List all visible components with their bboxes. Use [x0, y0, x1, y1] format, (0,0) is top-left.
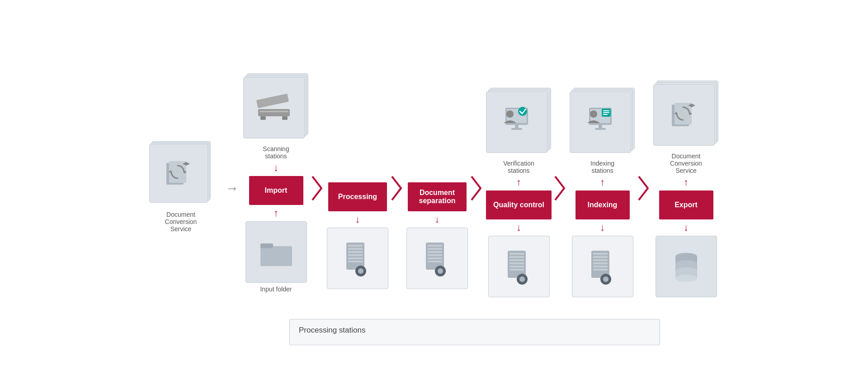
svg-rect-73	[593, 259, 608, 261]
svg-rect-58	[521, 283, 523, 285]
processing-station-1	[327, 228, 388, 289]
indexing-station-icon	[580, 104, 621, 140]
svg-rect-17	[348, 245, 363, 247]
svg-rect-14	[260, 246, 292, 266]
source-node: Document Conversion Service	[149, 53, 212, 323]
scanning-stations-area: Scanningstations	[243, 65, 309, 160]
arrow-indexing-up: ↑	[600, 174, 605, 190]
arrow-quality-up: ↑	[516, 174, 521, 190]
quality-box: Quality control	[486, 190, 552, 219]
scanning-label: Scanningstations	[263, 145, 289, 160]
svg-rect-22	[348, 261, 363, 262]
svg-rect-67	[603, 114, 608, 115]
processing-box: Processing	[328, 182, 387, 211]
database-icon	[670, 248, 702, 285]
svg-point-95	[675, 275, 697, 282]
svg-rect-76	[593, 269, 608, 271]
svg-rect-7	[256, 93, 289, 108]
svg-rect-18	[348, 248, 363, 250]
svg-rect-25	[360, 266, 362, 267]
processing-station-3	[488, 236, 550, 297]
svg-rect-15	[260, 243, 273, 248]
svg-point-24	[358, 268, 363, 274]
svg-rect-41	[444, 270, 446, 272]
svg-rect-82	[609, 278, 611, 280]
arrow-processing-down: ↓	[355, 211, 360, 228]
svg-rect-10	[282, 116, 288, 120]
svg-rect-6	[258, 109, 290, 116]
svg-rect-21	[348, 257, 363, 259]
svg-rect-66	[603, 112, 609, 113]
svg-rect-74	[593, 262, 608, 264]
svg-marker-88	[692, 104, 695, 107]
svg-rect-54	[509, 269, 524, 271]
svg-point-44	[506, 110, 514, 118]
import-box: Import	[249, 176, 303, 205]
database-area	[656, 236, 717, 297]
svg-rect-31	[428, 248, 442, 250]
svg-rect-52	[509, 262, 524, 264]
svg-point-63	[590, 110, 597, 118]
verification-icon	[496, 104, 537, 140]
scanner-icon	[256, 92, 292, 124]
svg-rect-19	[348, 251, 363, 253]
svg-rect-65	[603, 110, 609, 111]
svg-rect-72	[593, 256, 608, 258]
chevron-quality-indexing	[554, 175, 567, 202]
doc-conv-top-icon	[668, 99, 700, 131]
indexing-stations-label: Indexingstations	[590, 160, 614, 174]
input-folder-area: Input folder	[245, 221, 307, 312]
arrow-docsep-down: ↓	[435, 211, 440, 228]
svg-point-78	[603, 276, 609, 282]
indexing-stations-area: Indexingstations	[570, 79, 635, 174]
docsep-box: Documentseparation	[408, 182, 467, 211]
svg-rect-79	[605, 274, 607, 276]
svg-rect-32	[428, 251, 442, 253]
svg-rect-8	[259, 111, 288, 112]
chevron-processing-docsep	[391, 175, 404, 202]
svg-rect-20	[348, 254, 363, 256]
svg-rect-50	[509, 256, 524, 258]
workflow: Document Conversion Service →	[18, 9, 850, 367]
svg-point-56	[519, 276, 525, 282]
input-folder-label: Input folder	[260, 286, 292, 293]
svg-rect-75	[593, 266, 608, 267]
arrow-export-down: ↓	[684, 219, 689, 236]
svg-rect-51	[509, 259, 524, 261]
arrow-scan-to-import: ↓	[274, 160, 278, 176]
arrow-input-to-import: ↑	[274, 205, 278, 221]
diagram-container: Document Conversion Service →	[0, 0, 868, 376]
doc-conversion-icon-left	[163, 157, 194, 189]
svg-rect-59	[517, 278, 519, 280]
processing-station-2	[406, 228, 468, 289]
svg-rect-30	[428, 245, 442, 247]
server-icon-2	[421, 240, 453, 276]
arrow-quality-down: ↓	[516, 219, 521, 236]
processing-station-4	[572, 236, 633, 297]
svg-rect-71	[593, 253, 608, 255]
svg-marker-5	[186, 162, 190, 166]
svg-rect-53	[509, 266, 524, 267]
processing-column: Processing ↓	[327, 87, 388, 289]
svg-rect-69	[595, 128, 606, 130]
svg-rect-38	[439, 266, 441, 267]
svg-rect-46	[515, 125, 519, 129]
chevron-docsep-quality	[471, 175, 483, 202]
verification-stations-area: Verificationstations	[486, 79, 552, 174]
chevron-import-processing	[311, 175, 324, 202]
folder-icon	[258, 236, 294, 268]
server-icon-4	[587, 248, 618, 285]
svg-rect-33	[428, 254, 442, 256]
quality-column: Verificationstations ↑ Quality control ↓	[486, 79, 552, 297]
indexing-box: Indexing	[576, 190, 630, 219]
svg-rect-80	[605, 283, 607, 285]
import-column: Scanningstations ↓ Import ↑	[243, 65, 309, 312]
svg-rect-60	[526, 278, 528, 280]
svg-rect-34	[428, 257, 442, 259]
svg-rect-49	[509, 253, 524, 255]
svg-rect-35	[428, 261, 442, 262]
svg-rect-40	[435, 270, 437, 272]
svg-rect-47	[511, 128, 522, 130]
svg-rect-68	[599, 125, 602, 129]
verification-label: Verificationstations	[503, 160, 534, 174]
